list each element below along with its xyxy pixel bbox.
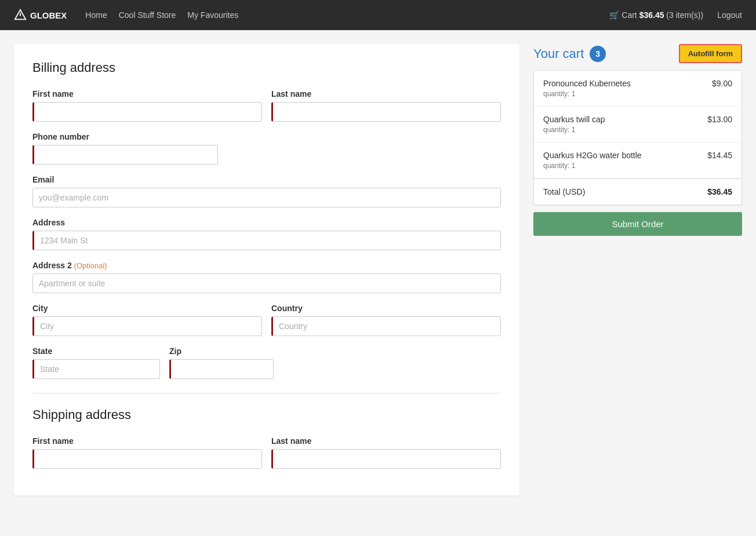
state-zip-row: State Zip: [32, 347, 501, 379]
address2-label: Address 2 (Optional): [32, 261, 501, 270]
cart-section: Your cart 3 Autofill form Pronounced Kub…: [533, 44, 742, 495]
cart-item-qty: quantity: 1: [543, 162, 642, 170]
state-input[interactable]: [32, 359, 160, 379]
shipping-last-name-input[interactable]: [271, 449, 501, 469]
shipping-first-name-group: First name: [32, 436, 262, 469]
shipping-last-name-label: Last name: [271, 436, 501, 446]
cart-header: Your cart 3 Autofill form: [533, 44, 742, 63]
cart-title: Your cart: [533, 46, 584, 61]
shipping-first-name-input[interactable]: [32, 449, 262, 469]
last-name-label: Last name: [271, 89, 501, 99]
cart-item-name: Pronounced Kubernetes: [543, 79, 631, 88]
state-label: State: [32, 347, 160, 356]
cart-badge: 3: [590, 46, 606, 62]
nav-cart-label: Cart: [621, 10, 637, 20]
cart-total-label: Total (USD): [543, 187, 585, 196]
nav-cart-amount: $36.45: [639, 10, 664, 20]
phone-group: Phone number: [32, 132, 501, 165]
navbar: GLOBEX Home Cool Stuff Store My Favourit…: [0, 0, 756, 30]
logo-icon: [14, 9, 27, 21]
phone-input[interactable]: [32, 145, 218, 165]
address2-input[interactable]: [32, 274, 501, 293]
nav-right: 🛒 Cart $36.45 (3 item(s)) Logout: [609, 10, 742, 20]
submit-order-button[interactable]: Submit Order: [533, 212, 742, 236]
cart-item-details: Quarkus H2Go water bottle quantity: 1: [543, 151, 642, 170]
phone-row: Phone number: [32, 132, 501, 165]
nav-links: Home Cool Stuff Store My Favourites: [85, 10, 238, 20]
email-row: Email: [32, 175, 501, 207]
address-row: Address: [32, 218, 501, 250]
country-group: Country: [271, 304, 501, 336]
last-name-group: Last name: [271, 89, 501, 122]
zip-input[interactable]: [169, 359, 274, 379]
nav-cool-stuff-store[interactable]: Cool Stuff Store: [119, 10, 176, 20]
address2-group: Address 2 (Optional): [32, 261, 501, 293]
nav-cart-info: 🛒 Cart $36.45 (3 item(s)): [609, 10, 703, 20]
billing-title: Billing address: [32, 60, 501, 75]
zip-label: Zip: [169, 347, 274, 356]
cart-total-amount: $36.45: [707, 187, 732, 196]
cart-item-name: Quarkus H2Go water bottle: [543, 151, 642, 160]
cart-item-details: Pronounced Kubernetes quantity: 1: [543, 79, 631, 98]
cart-item-qty: quantity: 1: [543, 126, 605, 134]
section-divider: [32, 393, 501, 393]
shipping-title: Shipping address: [32, 407, 501, 422]
state-group: State: [32, 347, 160, 379]
first-name-group: First name: [32, 89, 262, 122]
cart-item-name: Quarkus twill cap: [543, 115, 605, 124]
main-content: Billing address First name Last name Pho…: [0, 30, 756, 509]
cart-item: Quarkus twill cap quantity: 1 $13.00: [534, 107, 742, 143]
logo-text: GLOBEX: [30, 10, 67, 20]
shipping-name-row: First name Last name: [32, 436, 501, 469]
nav-favourites[interactable]: My Favourites: [187, 10, 238, 20]
shipping-last-name-group: Last name: [271, 436, 501, 469]
autofill-button[interactable]: Autofill form: [679, 44, 742, 63]
cart-title-group: Your cart 3: [533, 46, 606, 62]
zip-group: Zip: [169, 347, 274, 379]
cart-item-qty: quantity: 1: [543, 90, 631, 98]
shipping-first-name-label: First name: [32, 436, 262, 446]
first-name-label: First name: [32, 89, 262, 99]
city-input[interactable]: [32, 316, 262, 336]
name-row: First name Last name: [32, 89, 501, 122]
cart-item-price: $9.00: [712, 79, 732, 98]
country-label: Country: [271, 304, 501, 313]
address-label: Address: [32, 218, 501, 227]
last-name-input[interactable]: [271, 102, 501, 122]
logo: GLOBEX: [14, 9, 67, 21]
address-group: Address: [32, 218, 501, 250]
email-group: Email: [32, 175, 501, 207]
email-input[interactable]: [32, 188, 501, 207]
cart-item-price: $14.45: [707, 151, 732, 170]
address2-row: Address 2 (Optional): [32, 261, 501, 293]
billing-form-section: Billing address First name Last name Pho…: [14, 44, 519, 495]
phone-label: Phone number: [32, 132, 501, 141]
cart-box: Pronounced Kubernetes quantity: 1 $9.00 …: [533, 70, 742, 205]
city-group: City: [32, 304, 262, 336]
first-name-input[interactable]: [32, 102, 262, 122]
email-label: Email: [32, 175, 501, 184]
address-input[interactable]: [32, 231, 501, 250]
nav-cart-items: 3 item(s): [669, 10, 700, 20]
cart-item: Pronounced Kubernetes quantity: 1 $9.00: [534, 71, 742, 107]
cart-total-row: Total (USD) $36.45: [534, 178, 742, 205]
cart-item: Quarkus H2Go water bottle quantity: 1 $1…: [534, 143, 742, 178]
city-country-row: City Country: [32, 304, 501, 336]
city-label: City: [32, 304, 262, 313]
country-input[interactable]: [271, 316, 501, 336]
cart-item-price: $13.00: [707, 115, 732, 134]
cart-item-details: Quarkus twill cap quantity: 1: [543, 115, 605, 134]
nav-home[interactable]: Home: [85, 10, 107, 20]
logout-button[interactable]: Logout: [717, 10, 742, 20]
